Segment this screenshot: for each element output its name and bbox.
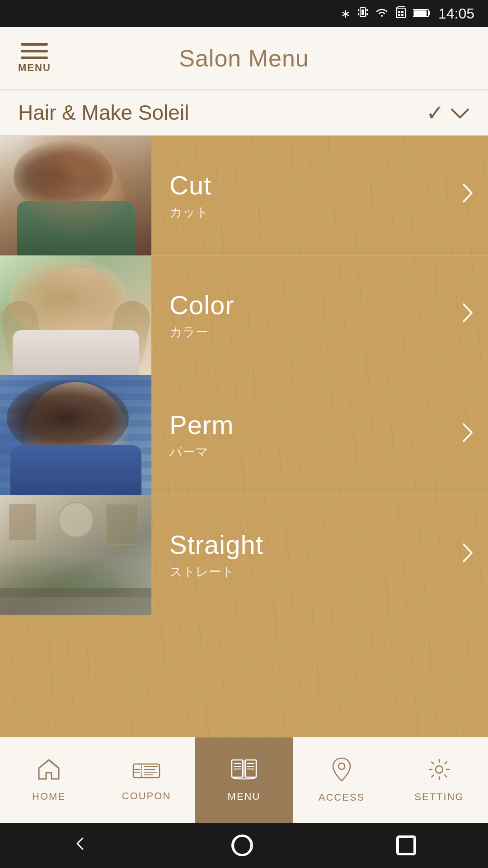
coupon-label: COUPON <box>122 790 171 802</box>
perm-arrow-icon <box>462 422 474 448</box>
salon-selector[interactable]: Hair & Make Soleil ✓ <box>0 90 488 136</box>
cut-image <box>0 136 151 255</box>
svg-rect-1 <box>361 9 364 15</box>
status-bar: ∗ <box>0 0 488 27</box>
setting-gear-icon <box>427 758 451 787</box>
svg-rect-7 <box>398 11 400 13</box>
nav-access[interactable]: ACCESS <box>293 737 390 823</box>
menu-button[interactable]: MENU <box>18 43 51 74</box>
bluetooth-icon: ∗ <box>341 7 351 21</box>
svg-rect-12 <box>428 11 430 15</box>
setting-label: SETTING <box>414 791 464 803</box>
recents-button[interactable] <box>396 835 416 855</box>
svg-rect-6 <box>396 8 405 18</box>
nav-setting[interactable]: SETTING <box>390 737 488 823</box>
svg-rect-13 <box>414 10 427 16</box>
menu-book-icon <box>231 758 257 786</box>
cut-name-en: Cut <box>169 170 470 200</box>
home-button[interactable] <box>231 835 253 856</box>
sim-icon <box>396 6 406 21</box>
status-time: 14:05 <box>438 5 474 22</box>
straight-name-jp: ストレート <box>169 563 470 580</box>
color-arrow-icon <box>462 302 474 328</box>
svg-point-32 <box>436 766 443 773</box>
perm-name-jp: パーマ <box>169 443 470 461</box>
menu-label-nav: MENU <box>228 791 261 802</box>
straight-name-en: Straight <box>169 529 470 560</box>
menu-button-label: MENU <box>18 62 51 74</box>
hamburger-icon <box>21 43 48 59</box>
menu-item-cut[interactable]: Cut カット <box>0 136 488 255</box>
svg-rect-8 <box>401 11 404 13</box>
nav-coupon[interactable]: COUPON <box>98 737 195 823</box>
menu-item-straight[interactable]: Straight ストレート <box>0 495 488 615</box>
svg-rect-10 <box>401 14 404 16</box>
svg-rect-14 <box>133 764 160 778</box>
nav-menu[interactable]: MENU <box>195 737 293 823</box>
access-pin-icon <box>332 757 351 787</box>
menu-item-perm[interactable]: Perm パーマ <box>0 375 488 495</box>
perm-name-en: Perm <box>169 410 470 440</box>
chevron-down-icon: ✓ <box>426 100 470 125</box>
straight-info: Straight ストレート <box>151 495 488 615</box>
straight-image <box>0 495 151 615</box>
svg-rect-4 <box>358 13 359 15</box>
color-name-en: Color <box>169 290 470 320</box>
page-title: Salon Menu <box>179 45 309 72</box>
perm-image <box>0 375 151 495</box>
home-icon <box>37 758 61 786</box>
cut-info: Cut カット <box>151 136 488 255</box>
back-button[interactable] <box>72 835 88 856</box>
nav-home[interactable]: HOME <box>0 737 98 823</box>
menu-item-color[interactable]: Color カラー <box>0 255 488 375</box>
cut-name-jp: カット <box>169 204 470 221</box>
wifi-icon <box>375 7 389 21</box>
perm-info: Perm パーマ <box>151 375 488 495</box>
battery-icon <box>413 7 431 21</box>
bottom-nav: HOME COUPON <box>0 737 488 823</box>
svg-point-31 <box>338 763 345 769</box>
color-name-jp: カラー <box>169 324 470 341</box>
home-label: HOME <box>32 791 66 802</box>
svg-rect-3 <box>366 9 368 11</box>
header: MENU Salon Menu <box>0 27 488 90</box>
salon-name: Hair & Make Soleil <box>18 100 189 125</box>
coupon-icon <box>132 759 160 786</box>
straight-arrow-icon <box>462 542 474 568</box>
android-nav-bar <box>0 823 488 868</box>
access-label: ACCESS <box>319 792 365 803</box>
color-image <box>0 255 151 375</box>
svg-rect-2 <box>358 9 359 11</box>
svg-rect-9 <box>398 14 400 16</box>
vibrate-icon <box>358 6 368 22</box>
cut-arrow-icon <box>462 183 474 208</box>
menu-grid: Cut カット Color カラー <box>0 136 488 737</box>
svg-rect-5 <box>366 13 368 15</box>
status-icons: ∗ <box>341 5 474 22</box>
color-info: Color カラー <box>151 255 488 375</box>
